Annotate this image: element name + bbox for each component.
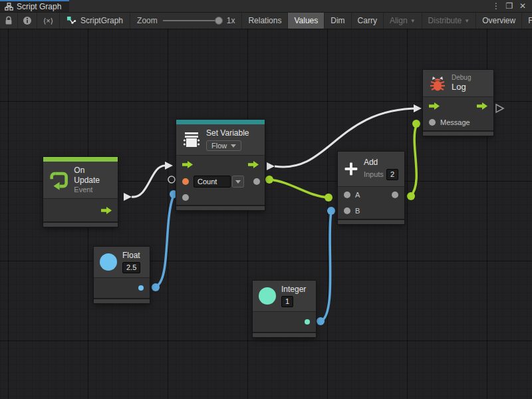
- button-label: Align: [390, 16, 408, 25]
- toolbar-button-fullscreen[interactable]: Full Screen: [522, 13, 532, 29]
- sum-output-port[interactable]: [392, 192, 398, 198]
- toolbar-button-dim[interactable]: Dim: [325, 13, 351, 29]
- lock-button[interactable]: [0, 13, 18, 29]
- node-debug-log[interactable]: Debug Log Message: [423, 70, 493, 136]
- button-label: Carry: [358, 16, 377, 25]
- node-header: Set Variable Flow: [176, 124, 265, 156]
- variable-scope-dropdown[interactable]: Flow: [206, 140, 241, 151]
- info-button[interactable]: [18, 13, 37, 29]
- button-label: Relations: [248, 16, 281, 25]
- inputs-label: Inputs: [364, 170, 384, 179]
- node-footer: [94, 298, 150, 303]
- node-subtitle: Event: [74, 186, 112, 194]
- node-add[interactable]: Add Inputs 2 A B: [338, 152, 404, 224]
- input-port-a[interactable]: [344, 192, 350, 198]
- node-color-strip: [43, 157, 118, 162]
- toolbar-button-overview[interactable]: Overview: [476, 13, 522, 29]
- variable-icon: [182, 130, 201, 149]
- variable-name-field[interactable]: Count: [194, 176, 231, 188]
- node-color-strip: [176, 120, 265, 124]
- node-integer[interactable]: Integer 1: [253, 281, 316, 337]
- node-on-update[interactable]: On Update Event: [43, 157, 118, 227]
- scope-value: Flow: [211, 142, 227, 150]
- tab-title: Script Graph: [17, 2, 61, 11]
- maximize-icon[interactable]: ❐: [504, 1, 515, 11]
- flow-input-port[interactable]: [182, 161, 193, 168]
- node-set-variable[interactable]: Set Variable Flow Count: [176, 120, 265, 210]
- float-value-field[interactable]: 2.5: [122, 262, 140, 273]
- value-input-row: [176, 190, 265, 205]
- chevron-down-icon: ▼: [410, 18, 416, 24]
- port-row-a: A: [338, 187, 404, 203]
- graph-asset-label[interactable]: ScriptGraph: [60, 13, 130, 29]
- node-title: Integer: [281, 285, 306, 295]
- message-port-label: Message: [440, 118, 470, 126]
- zoom-slider-knob[interactable]: [215, 17, 223, 25]
- bug-icon: [429, 74, 446, 92]
- title-bar: Script Graph ⋮ ❐ ✕: [0, 0, 532, 13]
- variable-name-combo[interactable]: Count: [194, 176, 244, 188]
- node-float[interactable]: Float 2.5: [94, 247, 150, 303]
- info-icon: [23, 16, 32, 25]
- flow-output-port[interactable]: [477, 102, 487, 110]
- value-output-port[interactable]: [253, 178, 260, 185]
- message-input-port[interactable]: [429, 119, 436, 126]
- message-port-row: Message: [423, 114, 493, 130]
- toolbar-button-values[interactable]: Values: [288, 13, 325, 29]
- inputs-count-field[interactable]: 2: [386, 169, 398, 180]
- kebab-menu-icon[interactable]: ⋮: [491, 1, 501, 11]
- variable-name-input-port[interactable]: [182, 178, 189, 185]
- zoom-slider[interactable]: [163, 20, 221, 21]
- node-footer: [253, 332, 316, 337]
- node-title: Float: [122, 251, 140, 261]
- node-title: Log: [452, 82, 471, 92]
- code-view-button[interactable]: ⟨×⟩: [37, 13, 60, 29]
- node-footer: [338, 219, 404, 224]
- flow-input-port[interactable]: [429, 102, 440, 110]
- graph-asset-name: ScriptGraph: [80, 16, 123, 25]
- button-label: Distribute: [428, 16, 462, 25]
- zoom-label: Zoom: [137, 16, 158, 25]
- input-port-b[interactable]: [344, 207, 350, 214]
- node-port-row: [43, 199, 118, 221]
- variable-name-row: Count: [176, 173, 265, 190]
- button-label: Overview: [482, 16, 515, 25]
- variable-name-dropdown-button[interactable]: [232, 176, 244, 188]
- node-header: Add Inputs 2: [338, 152, 404, 187]
- update-loop-icon: [49, 170, 68, 190]
- output-port-row: [253, 312, 316, 332]
- close-icon[interactable]: ✕: [517, 1, 528, 11]
- float-output-port[interactable]: [138, 285, 144, 291]
- node-kicker: Debug: [452, 74, 471, 82]
- value-input-port[interactable]: [182, 194, 189, 201]
- node-header: Float 2.5: [94, 247, 150, 278]
- toolbar-button-relations[interactable]: Relations: [242, 13, 288, 29]
- chevron-down-icon: ▼: [464, 18, 469, 24]
- node-header: Integer 1: [253, 281, 316, 312]
- node-header: Debug Log: [423, 70, 493, 97]
- tab-script-graph[interactable]: Script Graph: [0, 0, 69, 12]
- flow-port-row: [176, 156, 265, 173]
- node-header: On Update Event: [43, 162, 118, 199]
- port-label-b: B: [355, 207, 360, 215]
- node-footer: [176, 205, 265, 210]
- integer-output-port[interactable]: [305, 319, 310, 325]
- toolbar-button-align[interactable]: Align▼: [384, 13, 422, 29]
- script-graph-icon: [66, 16, 76, 26]
- flow-output-port[interactable]: [101, 207, 112, 214]
- chevron-down-icon: [235, 180, 241, 184]
- flow-output-port[interactable]: [248, 161, 259, 168]
- chevron-down-icon: [231, 144, 236, 148]
- graph-toolbar: ⟨×⟩ ScriptGraph Zoom 1x Relations Values…: [0, 13, 532, 29]
- toolbar-button-carry[interactable]: Carry: [352, 13, 384, 29]
- button-label: Full Screen: [528, 16, 532, 25]
- hierarchy-icon: [5, 3, 13, 11]
- node-title: Set Variable: [206, 128, 249, 138]
- lock-icon: [5, 16, 13, 25]
- output-port-row: [94, 278, 150, 298]
- integer-value-field[interactable]: 1: [281, 296, 293, 307]
- node-title: On Update: [74, 166, 112, 186]
- toolbar-button-distribute[interactable]: Distribute▼: [422, 13, 477, 29]
- integer-icon: [259, 287, 276, 305]
- window-buttons: ⋮ ❐ ✕: [491, 0, 532, 12]
